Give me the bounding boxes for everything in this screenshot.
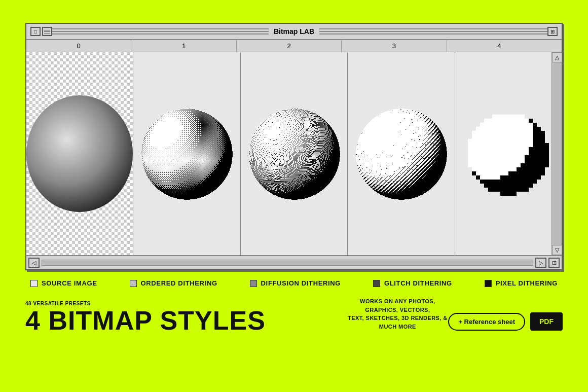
window-btn-expand[interactable]: ⊞ [547,27,558,36]
label-diffusion-text: DIFFUSION DITHERING [261,279,341,287]
labels-row: SOURCE IMAGE ORDERED DITHERING DIFFUSION… [25,279,563,287]
checker-background [26,52,133,255]
col-header-4: 4 [447,40,552,52]
bottom-section: 48 VERSATILE PRESETS 4 BITMAP STYLES WOR… [25,297,563,334]
label-diffusion: DIFFUSION DITHERING [250,279,341,287]
diffusion-dither-canvas [245,54,344,254]
col-header-3: 3 [342,40,447,52]
bottom-description: WORKS ON ANY PHOTOS, GRAPHICS, VECTORS,T… [347,297,448,334]
reference-sheet-button[interactable]: + Reference sheet [448,313,525,331]
column-headers: 0 1 2 3 4 [26,40,562,52]
resize-btn[interactable]: ⊡ [548,258,560,268]
back-btn[interactable]: ◁ [28,258,40,268]
col-header-2: 2 [237,40,342,52]
glitch-dither-cell [348,52,454,255]
swatch-ordered [130,280,137,287]
bottom-right: + Reference sheet PDF [448,312,563,334]
ordered-dither-cell [133,52,240,255]
scroll-down-btn[interactable]: ▽ [552,245,562,255]
pdf-button[interactable]: PDF [530,312,563,331]
image-cell-2 [241,52,348,255]
col-header-1: 1 [131,40,236,52]
window-bottom-bar: ◁ ▷ ⊡ [26,255,562,269]
scroll-track[interactable] [552,62,562,245]
window-controls-right: ⊞ [547,27,558,36]
col-header-0: 0 [26,40,131,52]
main-container: □ Bitmap LAB [25,0,563,334]
label-source: SOURCE IMAGE [30,279,97,287]
titlebar-lines-left [52,28,300,34]
label-ordered-text: ORDERED DITHERING [141,279,217,287]
titlebar-lines-right [300,28,548,34]
label-glitch-text: GLITCH DITHERING [384,279,452,287]
scroll-up-btn[interactable]: △ [552,52,562,62]
swatch-glitch [373,280,380,287]
swatch-pixel [485,280,492,287]
window-controls-left: □ [30,27,52,36]
image-cell-1 [133,52,240,255]
horizontal-scrollbar[interactable] [42,260,533,266]
glitch-dither-canvas [352,54,451,254]
label-glitch: GLITCH DITHERING [373,279,452,287]
bottom-left: 48 VERSATILE PRESETS 4 BITMAP STYLES [25,301,347,334]
ordered-dither-canvas [137,54,236,254]
swatch-diffusion [250,280,257,287]
titlebar: □ Bitmap LAB [26,24,562,40]
diffusion-dither-cell [241,52,347,255]
sphere-source [26,95,133,212]
window-title: Bitmap LAB [269,27,319,35]
pixel-dither-canvas [464,54,553,254]
window-btn-lines [42,27,52,36]
image-cell-0 [26,52,133,255]
pixel-dither-cell [455,52,562,255]
bitmap-lab-window: □ Bitmap LAB [25,23,563,270]
label-pixel-text: PIXEL DITHERING [496,279,558,287]
forward-btn[interactable]: ▷ [535,258,546,268]
label-ordered: ORDERED DITHERING [130,279,217,287]
images-area: △ ▽ [26,52,562,255]
window-btn-close[interactable]: □ [30,27,41,36]
big-title: 4 BITMAP STYLES [25,307,347,334]
image-cell-3 [348,52,455,255]
image-cell-4 [455,52,562,255]
label-source-text: SOURCE IMAGE [42,279,97,287]
swatch-source [30,280,38,287]
scrollbar-right[interactable]: △ ▽ [552,52,562,255]
label-pixel: PIXEL DITHERING [485,279,558,287]
